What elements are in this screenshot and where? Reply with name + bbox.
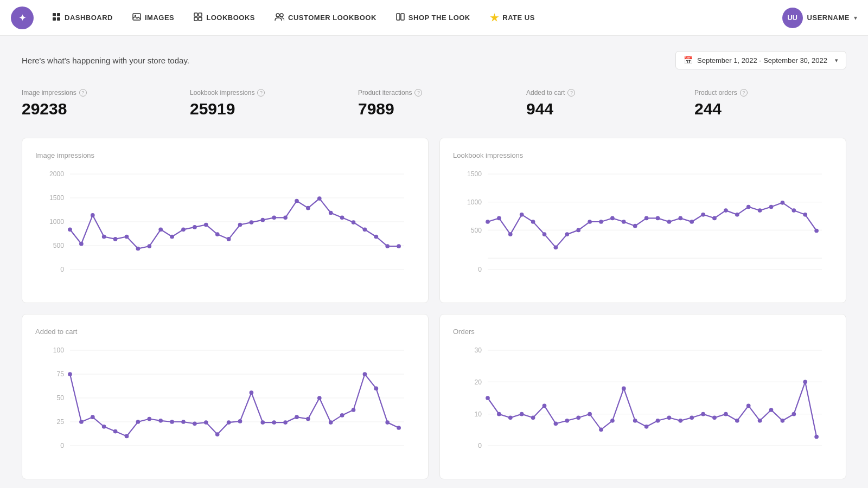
svg-point-156 (656, 419, 660, 423)
app-logo[interactable]: ✦ (11, 7, 34, 29)
svg-point-167 (781, 419, 785, 423)
svg-point-81 (690, 220, 694, 224)
svg-rect-8 (194, 17, 197, 21)
svg-point-113 (181, 420, 186, 424)
svg-point-43 (283, 215, 288, 220)
chart-title-added-to-cart: Added to cart (35, 328, 415, 336)
svg-rect-7 (199, 13, 202, 16)
svg-point-110 (147, 417, 151, 421)
svg-point-50 (363, 227, 367, 232)
nav-item-rate-us[interactable]: ★ RATE US (482, 9, 542, 27)
charts-grid: Image impressions 2000 1500 1000 500 0 (22, 138, 846, 479)
svg-point-142 (497, 412, 501, 416)
svg-point-11 (280, 14, 283, 17)
svg-point-153 (622, 387, 626, 391)
svg-point-122 (283, 420, 288, 425)
metric-added-to-cart: Added to cart ? 944 (510, 85, 678, 123)
chart-svg-lookbook-impressions: 1500 1000 500 0 (453, 168, 833, 287)
svg-point-31 (147, 244, 151, 248)
svg-point-75 (622, 220, 626, 224)
svg-point-123 (295, 415, 299, 419)
svg-point-119 (250, 390, 254, 395)
nav-item-shop-the-look[interactable]: SHOP THE LOOK (388, 9, 478, 27)
user-menu[interactable]: UU USERNAME ▾ (782, 8, 857, 28)
svg-point-64 (497, 216, 501, 221)
svg-point-131 (385, 420, 390, 425)
chart-svg-orders: 30 20 10 0 (453, 344, 833, 464)
svg-text:500: 500 (53, 242, 64, 249)
chart-card-lookbook-impressions: Lookbook impressions 1500 1000 500 0 (439, 138, 846, 303)
metric-image-impressions: Image impressions ? 29238 (22, 85, 174, 123)
navbar: ✦ DASHBOARD IMAGES (0, 0, 868, 36)
svg-point-53 (397, 244, 401, 248)
date-range-picker[interactable]: 📅 September 1, 2022 - September 30, 2022… (675, 51, 846, 69)
svg-point-29 (125, 235, 129, 239)
svg-point-105 (91, 415, 95, 419)
svg-point-40 (250, 220, 254, 224)
nav-item-images[interactable]: IMAGES (125, 9, 182, 27)
info-icon-lookbook-impressions[interactable]: ? (257, 89, 265, 97)
svg-point-63 (486, 220, 490, 224)
calendar-icon: 📅 (684, 56, 693, 65)
username: USERNAME (807, 14, 850, 22)
svg-point-71 (576, 228, 580, 233)
svg-point-157 (667, 415, 672, 420)
svg-text:75: 75 (57, 370, 65, 378)
svg-rect-9 (199, 17, 202, 21)
nav-label-rate-us: RATE US (502, 14, 535, 22)
svg-text:1500: 1500 (49, 194, 64, 202)
svg-text:50: 50 (57, 394, 65, 402)
nav-item-lookbooks[interactable]: LOOKBOOKS (186, 9, 263, 27)
svg-point-52 (385, 244, 390, 248)
svg-point-149 (576, 415, 580, 420)
svg-point-44 (295, 199, 299, 203)
svg-point-76 (633, 224, 637, 228)
svg-point-70 (565, 232, 569, 236)
svg-point-159 (690, 415, 694, 420)
chart-title-orders: Orders (453, 328, 833, 336)
svg-point-118 (238, 419, 242, 423)
info-icon-product-orders[interactable]: ? (740, 89, 748, 97)
svg-rect-3 (57, 17, 60, 21)
svg-point-37 (215, 232, 220, 236)
svg-point-129 (363, 372, 367, 376)
info-icon-image-impressions[interactable]: ? (79, 89, 87, 97)
info-icon-added-to-cart[interactable]: ? (567, 89, 575, 97)
svg-point-90 (792, 208, 796, 213)
svg-point-72 (588, 220, 592, 224)
info-icon-product-interactions[interactable]: ? (414, 89, 422, 97)
nav-label-images: IMAGES (145, 14, 174, 22)
nav-item-dashboard[interactable]: DASHBOARD (44, 9, 120, 27)
svg-point-87 (758, 208, 762, 213)
svg-point-145 (531, 415, 535, 420)
svg-point-143 (508, 415, 513, 420)
svg-point-84 (724, 208, 728, 213)
svg-point-161 (712, 415, 717, 420)
chart-title-image-impressions: Image impressions (35, 151, 415, 159)
svg-point-67 (531, 220, 535, 224)
metric-value-lookbook-impressions: 25919 (190, 100, 342, 118)
chart-card-added-to-cart: Added to cart 100 75 50 25 0 (22, 314, 429, 479)
metric-label-added-to-cart: Added to cart ? (526, 89, 678, 97)
metric-product-interactions: Product iteractions ? 7989 (342, 85, 510, 123)
svg-point-144 (520, 412, 524, 416)
svg-point-46 (317, 196, 322, 201)
lookbooks-icon (194, 12, 202, 23)
top-bar: Here's what's happening with your store … (22, 51, 846, 69)
main-content: Here's what's happening with your store … (0, 36, 868, 488)
chart-card-orders: Orders 30 20 10 0 (439, 314, 846, 479)
svg-text:1000: 1000 (467, 198, 482, 206)
svg-point-85 (735, 213, 739, 217)
nav-item-customer-lookbook[interactable]: CUSTOMER LOOKBOOK (267, 9, 384, 27)
date-picker-chevron: ▾ (835, 57, 838, 64)
svg-point-48 (340, 215, 344, 220)
images-icon (132, 12, 141, 23)
metric-label-product-orders: Product orders ? (694, 89, 846, 97)
svg-rect-13 (401, 14, 404, 20)
svg-text:2000: 2000 (49, 170, 64, 178)
svg-point-165 (758, 419, 762, 423)
customer-lookbook-icon (275, 12, 284, 23)
svg-rect-6 (194, 13, 197, 16)
svg-point-166 (769, 408, 774, 412)
metric-value-added-to-cart: 944 (526, 100, 678, 118)
